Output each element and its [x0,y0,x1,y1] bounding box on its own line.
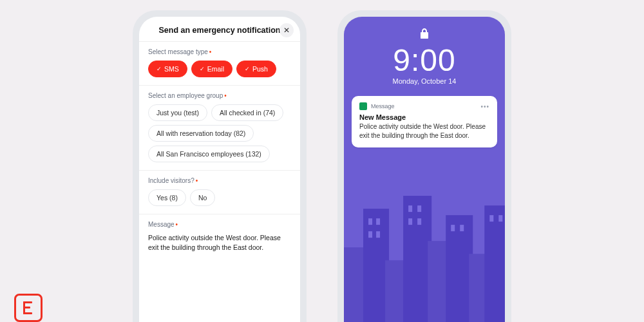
check-icon: ✓ [200,66,205,72]
message-textarea[interactable]: Police activity outside the West door. P… [148,233,291,252]
phone-frame-lockscreen: 9:00 Monday, October 14 Message ••• New … [337,10,511,322]
group-reservation-today[interactable]: All with reservation today (82) [148,125,254,142]
svg-rect-2 [385,260,406,322]
svg-rect-5 [446,215,473,322]
msg-type-email[interactable]: ✓ Email [191,61,232,77]
svg-rect-18 [489,215,493,222]
notification-body: Police activity outside the West door. P… [359,122,489,140]
lock-date: Monday, October 14 [344,77,505,85]
check-icon: ✓ [156,66,162,72]
close-button[interactable]: ✕ [279,23,294,37]
lock-screen: 9:00 Monday, October 14 Message ••• New … [344,17,505,322]
svg-rect-16 [451,225,455,231]
lock-icon [344,28,505,41]
svg-rect-13 [417,205,421,212]
visitors-label: Include visitors?• [148,177,291,184]
msg-type-sms[interactable]: ✓ SMS [148,61,187,77]
message-app-icon [359,102,367,110]
group-all-checked-in[interactable]: All checked in (74) [211,104,283,121]
modal-title: Send an emergency notification [159,26,281,35]
svg-rect-19 [498,215,502,222]
lock-header: 9:00 Monday, October 14 [344,17,505,85]
check-icon: ✓ [245,66,250,72]
visitors-yes[interactable]: Yes (8) [148,189,186,206]
svg-rect-3 [403,196,431,322]
visitors-section: Include visitors?• Yes (8) No [139,171,300,214]
svg-rect-17 [460,225,464,231]
form-screen: Send an emergency notification ✕ Select … [139,17,300,322]
notification-more-icon: ••• [480,103,489,110]
employee-group-section: Select an employee group• Just you (test… [139,86,300,171]
notification-app-name: Message [371,103,477,109]
group-sf-employees[interactable]: All San Francisco employees (132) [148,146,270,162]
svg-rect-8 [368,218,372,225]
svg-rect-15 [417,218,421,225]
message-type-section: Select message type• ✓ SMS ✓ Email ✓ Pus… [139,42,300,86]
svg-rect-9 [376,218,380,225]
svg-rect-11 [376,231,380,238]
close-icon: ✕ [283,26,290,35]
notification-title: New Message [359,113,489,121]
employee-group-label: Select an employee group• [148,92,291,99]
modal-header: Send an emergency notification ✕ [139,17,300,42]
city-skyline-illustration [344,170,505,322]
svg-rect-10 [368,231,372,238]
visitors-no[interactable]: No [190,189,215,206]
svg-rect-14 [408,218,412,225]
msg-type-push[interactable]: ✓ Push [236,61,276,77]
lock-time: 9:00 [344,45,505,76]
message-type-label: Select message type• [148,48,291,55]
group-just-you[interactable]: Just you (test) [148,104,207,121]
message-section: Message• Police activity outside the Wes… [139,214,300,322]
brand-logo [14,294,43,322]
phone-frame-form: Send an emergency notification ✕ Select … [133,10,307,322]
message-field-label: Message• [148,221,291,228]
svg-rect-12 [408,205,412,212]
svg-rect-7 [484,205,505,322]
notification-card[interactable]: Message ••• New Message Police activity … [352,96,497,147]
